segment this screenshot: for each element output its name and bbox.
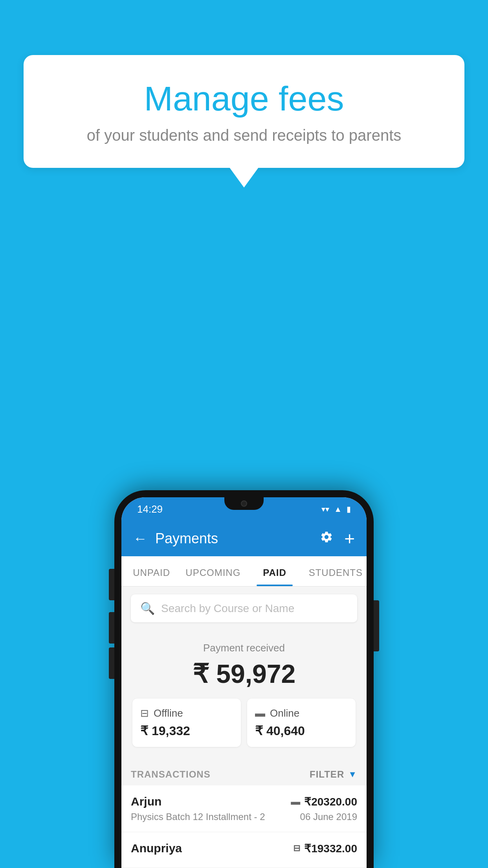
tab-unpaid[interactable]: UNPAID xyxy=(121,556,182,586)
tab-upcoming[interactable]: UPCOMING xyxy=(182,556,244,586)
filter-icon: ▼ xyxy=(348,769,357,780)
filter-label: FILTER xyxy=(310,769,344,780)
add-button[interactable]: + xyxy=(344,528,355,549)
transaction-bottom: Physics Batch 12 Installment - 2 06 June… xyxy=(131,811,357,822)
status-time: 14:29 xyxy=(137,503,163,515)
phone-device: 14:29 ▾▾ ▲ ▮ ← Payments + xyxy=(114,490,374,868)
back-button[interactable]: ← xyxy=(133,530,147,547)
payment-received-label: Payment received xyxy=(129,642,359,654)
transaction-name: Arjun xyxy=(131,795,161,808)
speech-bubble: Manage fees of your students and send re… xyxy=(24,55,464,168)
speech-bubble-container: Manage fees of your students and send re… xyxy=(24,55,464,168)
rupee-icon: ⊟ xyxy=(293,843,300,853)
transaction-top: Arjun ▬ ₹20320.00 xyxy=(131,795,357,808)
transactions-label: TRANSACTIONS xyxy=(131,769,211,780)
app-header: ← Payments + xyxy=(121,521,367,556)
speech-bubble-subtitle: of your students and send receipts to pa… xyxy=(55,127,433,144)
offline-payment-icon: ⊟ xyxy=(140,707,149,719)
phone-screen: 14:29 ▾▾ ▲ ▮ ← Payments + xyxy=(121,497,367,868)
search-input[interactable]: Search by Course or Name xyxy=(161,602,294,615)
tab-students[interactable]: STUDENTS xyxy=(305,556,367,586)
transaction-amount: ▬ ₹20320.00 xyxy=(291,795,357,808)
transaction-detail: Physics Batch 12 Installment - 2 xyxy=(131,811,265,822)
online-card-header: ▬ Online xyxy=(255,707,348,719)
transaction-row[interactable]: Anupriya ⊟ ₹19332.00 xyxy=(121,832,367,868)
battery-icon: ▮ xyxy=(347,504,351,514)
search-container: 🔍 Search by Course or Name xyxy=(121,587,367,630)
offline-amount: ₹ 19,332 xyxy=(140,723,233,738)
speech-bubble-title: Manage fees xyxy=(55,79,433,119)
online-amount: ₹ 40,640 xyxy=(255,723,348,738)
search-bar[interactable]: 🔍 Search by Course or Name xyxy=(131,594,357,622)
tab-paid[interactable]: PAID xyxy=(244,556,305,586)
transactions-header: TRANSACTIONS FILTER ▼ xyxy=(121,761,367,785)
transaction-date: 06 June 2019 xyxy=(300,811,357,822)
payment-summary: Payment received ₹ 59,972 ⊟ Offline ₹ 19… xyxy=(121,630,367,761)
transaction-name: Anupriya xyxy=(131,842,182,855)
transaction-top: Anupriya ⊟ ₹19332.00 xyxy=(131,842,357,855)
search-icon: 🔍 xyxy=(140,601,155,615)
settings-icon[interactable] xyxy=(320,530,333,547)
transaction-row[interactable]: Arjun ▬ ₹20320.00 Physics Batch 12 Insta… xyxy=(121,785,367,832)
offline-card-header: ⊟ Offline xyxy=(140,707,233,719)
online-payment-card: ▬ Online ₹ 40,640 xyxy=(247,699,356,747)
offline-payment-card: ⊟ Offline ₹ 19,332 xyxy=(132,699,241,747)
header-title: Payments xyxy=(155,530,320,547)
phone-wrapper: 14:29 ▾▾ ▲ ▮ ← Payments + xyxy=(114,490,374,868)
payment-cards: ⊟ Offline ₹ 19,332 ▬ Online ₹ 40,640 xyxy=(129,699,359,753)
payment-total-amount: ₹ 59,972 xyxy=(129,659,359,689)
tabs-bar: UNPAID UPCOMING PAID STUDENTS xyxy=(121,556,367,587)
phone-notch xyxy=(224,497,264,510)
transaction-amount: ⊟ ₹19332.00 xyxy=(293,842,357,855)
notch-camera xyxy=(241,500,247,507)
offline-label: Offline xyxy=(154,707,183,719)
wifi-icon: ▾▾ xyxy=(321,504,329,514)
online-payment-icon: ▬ xyxy=(255,707,265,719)
signal-icon: ▲ xyxy=(334,505,342,514)
filter-button[interactable]: FILTER ▼ xyxy=(310,769,357,780)
card-icon: ▬ xyxy=(291,796,300,807)
status-icons: ▾▾ ▲ ▮ xyxy=(321,504,351,514)
header-actions: + xyxy=(320,528,355,549)
online-label: Online xyxy=(270,707,299,719)
